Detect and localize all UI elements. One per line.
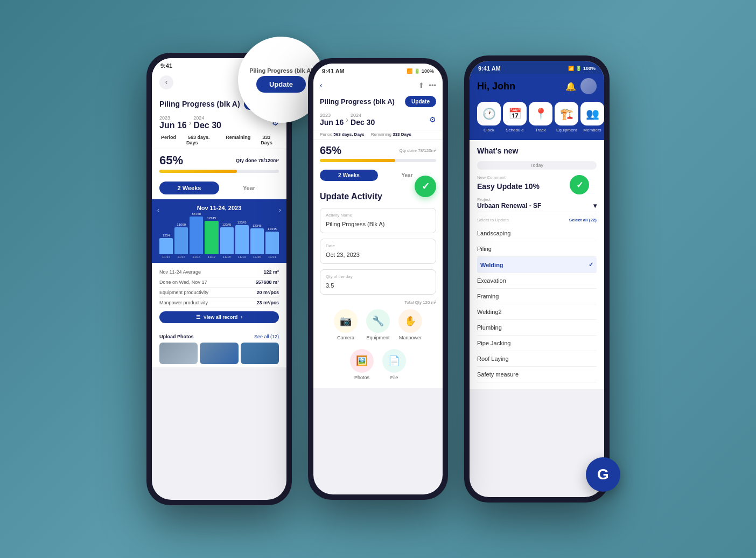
phone1-year-end: 2024 — [193, 115, 221, 121]
phone1-progress-fill — [159, 170, 237, 173]
phone2-update-button[interactable]: Update — [405, 96, 436, 107]
phone1-view-all-button[interactable]: ☰ View all record › — [159, 311, 279, 323]
phone3-members-label: Members — [583, 128, 601, 132]
phone2-progress-fill — [320, 159, 395, 162]
phone1-tab-year[interactable]: Year — [219, 182, 279, 194]
bar-6: 12345 11/19 — [235, 221, 249, 259]
phone3-icon-clock[interactable]: 🕐 Clock — [477, 102, 501, 132]
phone2-year-end: 2024 — [351, 113, 375, 118]
equipment-icon: 🔧 — [366, 309, 390, 333]
phone2-tab-2weeks[interactable]: 2 Weeks — [320, 170, 378, 181]
list-item-framing[interactable]: Framing — [477, 289, 597, 304]
bar-7: 12345 11/20 — [250, 224, 264, 259]
list-item-safety[interactable]: Safety measure — [477, 367, 597, 382]
list-item-landscaping[interactable]: Landscaping — [477, 226, 597, 241]
phone2-more-icon[interactable]: ••• — [429, 81, 436, 89]
grammarly-button[interactable]: G — [586, 457, 620, 492]
phone3-clock-label: Clock — [484, 128, 494, 132]
phone2-date-arrow: › — [346, 115, 348, 124]
phone2-date-label: Date — [326, 243, 430, 248]
bar-2: 11000 11/15 — [174, 223, 188, 259]
phone-3: 9:41 AM 📶 🔋 100% Hi, John 🔔 — [464, 55, 610, 503]
list-item-excavation[interactable]: Excavation — [477, 273, 597, 289]
phone2-progress-bar — [320, 159, 436, 162]
phone2-photos-button[interactable]: 🖼️ Photos — [350, 349, 374, 380]
list-item-pipe-jacking[interactable]: Pipe Jacking — [477, 336, 597, 351]
phone2-camera-button[interactable]: 📷 Camera — [334, 309, 358, 340]
phone1-chart-prev[interactable]: ‹ — [157, 206, 159, 214]
phone1-stats: Nov 11-24 Average 122 m² Done on Wed, No… — [152, 263, 286, 331]
list-item-welding[interactable]: Welding ✓ — [477, 257, 597, 273]
phone1-time: 9:41 — [160, 62, 172, 69]
list-item-plumbing[interactable]: Plumbing — [477, 320, 597, 336]
phone2-period: Period 563 days. Days Remaining 333 Days — [313, 130, 443, 140]
phone2-file-button[interactable]: 📄 File — [382, 349, 406, 380]
phone3-greeting: Hi, John — [477, 81, 515, 92]
phone2-qty-value: 3.5 — [326, 282, 334, 289]
phone2-qty-label: Qty of the day — [326, 274, 430, 279]
phone2-green-check[interactable]: ✓ — [415, 176, 436, 197]
phone3-select-row: Select to Update Select all (22) — [477, 218, 597, 222]
phone1-percent: 65% — [159, 154, 183, 168]
phone1-progress-section: 65% Qty done 78/120m² — [152, 149, 286, 177]
phone3-bell-icon[interactable]: 🔔 — [565, 81, 576, 92]
phone3-today-pill: Today — [477, 161, 597, 170]
phone3-section-title: What's new — [477, 147, 597, 155]
phone-1: 9:41 ● ▲ 100% ‹ ⬆ ••• Piling Progress (b… — [146, 53, 292, 505]
phone3-icon-equipment[interactable]: 🏗️ Equipment — [555, 102, 578, 132]
phone2-share-icon[interactable]: ⬆ — [418, 81, 424, 89]
phone1-photos-section: Upload Photos See all (12) — [152, 331, 286, 367]
phone1-chart-next[interactable]: › — [279, 206, 281, 214]
phone3-schedule-label: Schedule — [506, 128, 523, 132]
photo-thumb-3 — [241, 343, 279, 364]
phone3-icon-members[interactable]: 👥 Members — [580, 102, 604, 132]
magnify-title-text: Piling Progress (blk A) — [249, 67, 313, 74]
phone3-project-label: Project — [477, 197, 597, 202]
phone2-filter-icon[interactable]: ⚙ — [429, 115, 436, 124]
phone2-back-button[interactable]: ‹ — [320, 81, 323, 89]
phone2-progress: 65% Qty done 78/120m² — [313, 140, 443, 166]
phone3-green-check[interactable]: ✓ — [570, 175, 589, 194]
phone3-status-bar: 9:41 AM 📶 🔋 100% — [470, 61, 604, 74]
phone1-qty: Qty done 78/120m² — [236, 158, 279, 163]
magnify-update-button[interactable]: Update — [256, 76, 306, 93]
phone1-date-end: Dec 30 — [193, 121, 221, 130]
stat-row-3: Equipment productivity 20 m²/pcs — [159, 288, 279, 298]
phone3-icon-track[interactable]: 📍 Track — [529, 102, 552, 132]
schedule-icon: 📅 — [503, 102, 527, 125]
phone2-total-qty: Total Qty 120 m² — [320, 300, 436, 305]
phone1-year-start: 2023 — [159, 115, 187, 121]
phone2-header: ‹ ⬆ ••• — [313, 76, 443, 94]
phone2-status-icons: 📶 🔋 100% — [407, 68, 434, 74]
phone2-manpower-button[interactable]: ✋ Manpower — [398, 309, 422, 340]
phone2-qty-field[interactable]: Qty of the day 3.5 — [320, 269, 436, 295]
phone2-status-bar: 9:41 AM 📶 🔋 100% — [313, 64, 443, 76]
list-item-roof-laying[interactable]: Roof Laying — [477, 351, 597, 367]
stat-row-4: Manpower productivity 23 m²/pcs — [159, 298, 279, 308]
phone2-date-field[interactable]: Date Oct 23, 2023 — [320, 239, 436, 264]
phone1-remaining-value: 333 Days — [261, 135, 279, 145]
file-icon: 📄 — [382, 349, 406, 373]
phone3-icon-schedule[interactable]: 📅 Schedule — [503, 102, 527, 132]
phone3-project-value: Urbaan Renewal - SF ▾ — [477, 202, 597, 212]
clock-icon: 🕐 — [477, 102, 501, 125]
list-item-piling[interactable]: Piling — [477, 241, 597, 257]
phone2-time: 9:41 AM — [322, 68, 345, 74]
phone2-header-actions: ⬆ ••• — [418, 81, 436, 89]
phone2-activity-name-field[interactable]: Activity Name Piling Progress (Blk A) — [320, 208, 436, 233]
phone1-back-button[interactable]: ‹ — [159, 75, 173, 89]
phone2-equipment-button[interactable]: 🔧 Equipment — [366, 309, 390, 340]
phone3-select-all[interactable]: Select all (22) — [569, 218, 597, 222]
phone2-date-start: Jun 16 — [320, 118, 344, 127]
list-item-welding2[interactable]: Welding2 — [477, 304, 597, 320]
phone2-title: Piling Progress (blk A) — [320, 97, 395, 106]
phone2-update-panel: ✓ Update Activity Activity Name Piling P… — [313, 184, 443, 388]
phone1-remaining-label: Remaining — [226, 135, 250, 145]
phone1-see-all[interactable]: See all (12) — [254, 334, 279, 339]
phone3-dropdown-arrow[interactable]: ▾ — [593, 202, 597, 210]
photo-thumb-2 — [200, 343, 238, 364]
phone3-equipment-label: Equipment — [556, 128, 577, 132]
phone1-tab-2weeks[interactable]: 2 Weeks — [159, 182, 219, 194]
phone1-chart-bars: 1234 11/14 11000 11/15 55768 11/16 — [157, 215, 281, 259]
phone3-icons-row: 🕐 Clock 📅 Schedule 📍 Track 🏗️ Equipment … — [470, 99, 604, 140]
